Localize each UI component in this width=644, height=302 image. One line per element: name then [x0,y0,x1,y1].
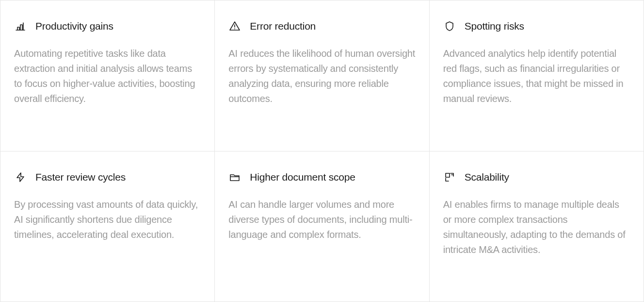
card-header: Spotting risks [443,20,630,33]
feature-card: Error reduction AI reduces the likelihoo… [215,0,429,151]
card-description: Automating repetitive tasks like data ex… [14,46,201,106]
card-description: AI reduces the likelihood of human overs… [228,46,415,106]
warning-icon [228,20,241,33]
card-description: AI enables firms to manage multiple deal… [443,197,630,257]
lightning-icon [14,171,27,184]
card-title: Scalability [465,171,509,183]
card-title: Productivity gains [35,20,113,32]
feature-card: Faster review cycles By processing vast … [0,151,215,302]
bar-chart-icon [14,20,27,33]
feature-card: Scalability AI enables firms to manage m… [430,151,644,302]
feature-card: Higher document scope AI can handle larg… [215,151,429,302]
card-title: Higher document scope [250,171,355,183]
card-description: AI can handle larger volumes and more di… [228,197,415,242]
card-header: Faster review cycles [14,171,201,184]
card-header: Higher document scope [228,171,415,184]
card-header: Scalability [443,171,630,184]
folder-icon [228,171,241,184]
feature-card: Spotting risks Advanced analytics help i… [430,0,644,151]
card-header: Productivity gains [14,20,201,33]
card-title: Faster review cycles [35,171,126,183]
expand-icon [443,171,456,184]
shield-icon [443,20,456,33]
card-title: Error reduction [250,20,316,32]
card-title: Spotting risks [465,20,524,32]
feature-grid: Productivity gains Automating repetitive… [0,0,644,302]
card-header: Error reduction [228,20,415,33]
card-description: By processing vast amounts of data quick… [14,197,201,242]
feature-card: Productivity gains Automating repetitive… [0,0,215,151]
card-description: Advanced analytics help identify potenti… [443,46,630,106]
